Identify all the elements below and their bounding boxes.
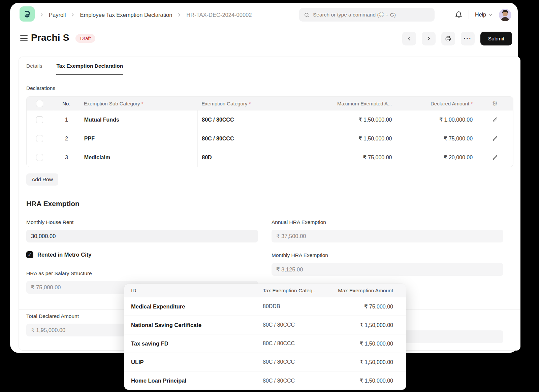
row-number: 2 — [53, 129, 80, 148]
table-row[interactable]: 2 PPF 80C / 80CCC ₹ 1,50,000.00 ₹ 75,000… — [27, 129, 513, 148]
menu-icon[interactable] — [20, 35, 28, 41]
option-category: 80C / 80CCC — [263, 340, 325, 347]
option-id: Tax saving FD — [124, 340, 263, 347]
avatar[interactable] — [499, 9, 511, 21]
monthly-house-rent-label: Monthly House Rent — [26, 219, 258, 225]
monthly-house-rent-input[interactable]: 30,000.00 — [26, 230, 258, 242]
cell-max-exempted[interactable]: ₹ 75,000.00 — [317, 148, 396, 167]
select-all-checkbox[interactable] — [36, 100, 43, 107]
annual-hra-exemption-label: Annual HRA Exemption — [272, 219, 503, 225]
cell-max-exempted[interactable]: ₹ 1,50,000.00 — [317, 129, 396, 148]
breadcrumb-item-document[interactable]: HR-TAX-DEC-2024-00002 — [186, 12, 252, 18]
navbar: Payroll Employee Tax Exemption Declarati… — [10, 3, 518, 27]
app-logo[interactable] — [20, 6, 35, 22]
cell-declared[interactable]: ₹ 20,000.00 — [396, 148, 477, 167]
search-input[interactable]: Search or type a command (⌘ + G) — [299, 8, 435, 22]
declarations-table: No. Exemption Sub Category Exemption Cat… — [26, 96, 513, 167]
annual-hra-exemption-input[interactable]: ₹ 37,500.00 — [272, 230, 503, 242]
tab-tax-exemption-declaration[interactable]: Tax Exemption Declaration — [56, 57, 123, 75]
rented-metro-checkbox[interactable] — [26, 251, 33, 258]
cell-declared[interactable]: ₹ 75,000.00 — [396, 129, 477, 148]
option-amount: ₹ 1,50,000.00 — [325, 340, 406, 347]
declarations-section-label: Declarations — [26, 85, 55, 91]
settings-icon[interactable]: ⚙ — [492, 100, 498, 107]
option-id: National Saving Certificate — [124, 322, 263, 328]
dropdown-option[interactable]: Home Loan Principal 80C / 80CCC ₹ 1,50,0… — [124, 371, 406, 390]
page-title: Prachi S — [31, 32, 69, 43]
cell-category[interactable]: 80D — [197, 148, 317, 167]
more-actions-button[interactable]: ··· — [461, 32, 475, 45]
cell-sub-category[interactable]: Mutual Funds — [80, 110, 197, 129]
edit-row-button[interactable] — [492, 136, 498, 141]
column-header-sub-category: Exemption Sub Category — [84, 101, 144, 106]
hra-section-heading: HRA Exemption — [26, 200, 80, 208]
help-menu[interactable]: Help — [475, 12, 493, 18]
notifications-button[interactable] — [455, 11, 463, 19]
hra-salary-structure-label: HRA as per Salary Structure — [26, 270, 258, 276]
cell-sub-category[interactable]: Mediclaim — [80, 148, 197, 167]
search-icon — [304, 12, 310, 18]
row-number: 1 — [53, 110, 80, 129]
previous-document-button[interactable] — [402, 32, 416, 45]
navbar-divider — [469, 10, 469, 19]
monthly-hra-exemption-label: Monthly HRA Exemption — [272, 252, 503, 258]
table-header-row: No. Exemption Sub Category Exemption Cat… — [27, 97, 513, 110]
column-header-category: Exemption Category — [201, 101, 251, 106]
row-checkbox[interactable] — [36, 135, 43, 142]
dropdown-option[interactable]: Medical Expenditure 80DDB ₹ 75,000.00 — [124, 297, 406, 316]
edit-icon — [492, 136, 498, 141]
tab-details[interactable]: Details — [26, 57, 42, 75]
dropdown-column-category: Tax Exemption Categ... — [263, 288, 325, 294]
form-tabs: Details Tax Exemption Declaration — [19, 57, 520, 75]
cell-sub-category[interactable]: PPF — [80, 129, 197, 148]
chevron-right-icon — [426, 36, 432, 41]
dropdown-header-row: ID Tax Exemption Categ... Max Exemption … — [124, 284, 406, 297]
option-amount: ₹ 1,50,000.00 — [325, 378, 406, 384]
breadcrumb-item-doctype[interactable]: Employee Tax Exemption Declaration — [80, 12, 172, 18]
print-button[interactable] — [441, 32, 455, 45]
row-number: 3 — [53, 148, 80, 167]
column-header-no: No. — [53, 97, 80, 110]
add-row-button[interactable]: Add Row — [26, 173, 58, 186]
search-placeholder: Search or type a command (⌘ + G) — [313, 12, 396, 18]
status-badge: Draft — [75, 34, 95, 43]
table-row[interactable]: 3 Mediclaim 80D ₹ 75,000.00 ₹ 20,000.00 — [27, 148, 513, 167]
cell-category[interactable]: 80C / 80CCC — [197, 129, 317, 148]
option-amount: ₹ 75,000.00 — [325, 303, 406, 310]
app-logo-icon — [23, 9, 32, 19]
exemption-subcategory-dropdown: ID Tax Exemption Categ... Max Exemption … — [124, 284, 406, 390]
edit-row-button[interactable] — [492, 117, 498, 123]
dropdown-option[interactable]: National Saving Certificate 80C / 80CCC … — [124, 316, 406, 334]
chevron-right-icon — [70, 12, 75, 18]
breadcrumb-item-payroll[interactable]: Payroll — [49, 12, 66, 18]
navbar-right: Help — [455, 3, 511, 27]
option-category: 80C / 80CCC — [263, 359, 325, 365]
row-checkbox[interactable] — [36, 116, 43, 123]
option-amount: ₹ 1,50,000.00 — [325, 359, 406, 365]
submit-button[interactable]: Submit — [480, 32, 512, 45]
avatar-image — [499, 9, 511, 21]
monthly-hra-exemption-input[interactable]: ₹ 3,125.00 — [272, 263, 503, 276]
rented-metro-field: Rented in Metro City — [26, 251, 91, 258]
ellipsis-icon: ··· — [464, 35, 472, 42]
table-row[interactable]: 1 Mutual Funds 80C / 80CCC ₹ 1,50,000.00… — [27, 110, 513, 129]
cell-declared[interactable]: ₹ 1,00,000.00 — [396, 110, 477, 129]
chevron-right-icon — [39, 12, 44, 18]
dropdown-option[interactable]: Tax saving FD 80C / 80CCC ₹ 1,50,000.00 — [124, 334, 406, 353]
option-category: 80DDB — [263, 303, 325, 309]
option-id: ULIP — [124, 359, 263, 365]
cell-max-exempted[interactable]: ₹ 1,50,000.00 — [317, 110, 396, 129]
cell-category[interactable]: 80C / 80CCC — [197, 110, 317, 129]
next-document-button[interactable] — [422, 32, 436, 45]
edit-row-button[interactable] — [492, 155, 498, 160]
option-amount: ₹ 1,50,000.00 — [325, 322, 406, 328]
page-header: Prachi S Draft ··· Submit — [10, 32, 518, 46]
option-id: Medical Expenditure — [124, 303, 263, 310]
row-checkbox[interactable] — [36, 154, 43, 161]
option-category: 80C / 80CCC — [263, 378, 325, 384]
bell-icon — [455, 11, 463, 19]
help-label: Help — [475, 12, 486, 18]
dropdown-column-id: ID — [124, 288, 263, 294]
dropdown-option[interactable]: ULIP 80C / 80CCC ₹ 1,50,000.00 — [124, 353, 406, 371]
rented-metro-label: Rented in Metro City — [37, 252, 91, 258]
